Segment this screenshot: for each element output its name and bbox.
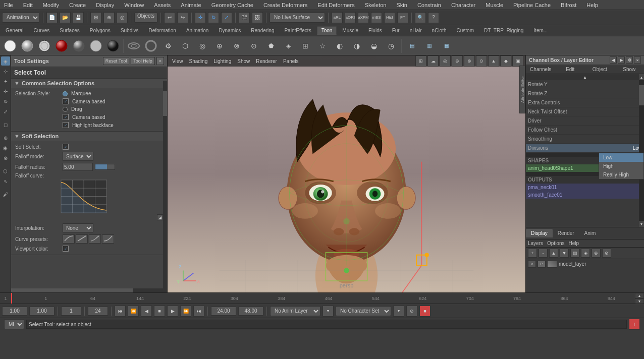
shelf-tab-nhair[interactable]: nHair (405, 26, 426, 35)
shelf-icon-rig1[interactable]: ▤ (404, 38, 420, 54)
shelf-icon-torus[interactable] (126, 38, 142, 54)
le-icon-7[interactable]: ⊕ (592, 249, 601, 258)
shelf-icon-tool12[interactable]: ◑ (349, 38, 365, 54)
shelf-tab-custom[interactable]: Custom (452, 26, 478, 35)
lasso-select-btn[interactable]: ⊹ (1, 67, 10, 76)
vp-icon-7[interactable]: ▲ (488, 55, 499, 67)
select-tool-btn[interactable]: ◈ (1, 56, 10, 66)
dropdown-high[interactable]: High (599, 162, 643, 170)
le-tab-display[interactable]: Display (526, 229, 553, 237)
polygon-tool-btn[interactable]: ⬡ (1, 166, 10, 175)
cb-row-divisions[interactable]: Divisions Low Low High Really High (526, 144, 644, 153)
close-tool-settings-btn[interactable]: × (156, 57, 164, 65)
vp-icon-8[interactable]: ◆ (500, 55, 511, 67)
camera-based-check1[interactable]: ✓ (63, 98, 69, 104)
render-view-btn[interactable]: 🎬 (239, 12, 250, 23)
shelf-icon-circle-solid[interactable] (2, 38, 18, 54)
shelf-icon-rig3[interactable]: ▦ (438, 38, 454, 54)
paint-select-btn[interactable]: ✦ (1, 77, 10, 86)
curve-preset-2[interactable] (76, 234, 88, 244)
rewind-to-start-btn[interactable]: ⏮ (115, 306, 126, 317)
shelf-icon-tool4[interactable]: ⊕ (211, 38, 228, 54)
cb-tab-edit[interactable]: Edit (556, 65, 585, 74)
timeline-scroll-up-btn[interactable]: ▲ (635, 293, 644, 298)
rotate-btn[interactable]: ↻ (1, 97, 10, 106)
arl-btn[interactable]: aRL (332, 12, 343, 23)
vp-menu-view[interactable]: View (170, 58, 186, 64)
highlight-backface-check[interactable]: ✓ (63, 122, 69, 128)
marquee-radio[interactable] (63, 91, 68, 96)
cb-tab-show[interactable]: Show (615, 65, 645, 74)
cb-row-follow-chest[interactable]: Follow Chest 0 (526, 126, 644, 135)
shelf-tab-toon[interactable]: Toon (317, 26, 337, 35)
shelf-icon-tool2[interactable]: ⬡ (177, 38, 193, 54)
start-frame-input2[interactable] (29, 307, 55, 316)
cb-tab-object[interactable]: Object (585, 65, 615, 74)
le-icon-5[interactable]: ▤ (570, 249, 579, 258)
menu-skeleton[interactable]: Skeleton (363, 2, 389, 8)
layer-row-model[interactable]: V P model_layer (526, 259, 644, 269)
shelf-icon-tool10[interactable]: ☆ (314, 38, 331, 54)
live-surface-selector[interactable]: No Live Surface (270, 13, 325, 23)
snap-point-btn[interactable]: ◎ (117, 12, 128, 23)
menu-modify[interactable]: Modify (41, 2, 61, 8)
save-scene-btn[interactable]: 💾 (73, 12, 84, 23)
cb-row-smoothing[interactable]: Smoothing 0 (526, 135, 644, 144)
cb-row-extra-controls[interactable]: Extra Controls 0 (526, 98, 644, 107)
mel-selector[interactable]: MEL Python (4, 319, 24, 329)
vp-icon-4[interactable]: ⊕ (452, 55, 463, 67)
anim-layer-options-btn[interactable]: ▼ (323, 306, 334, 317)
cb-row-rotate-y[interactable]: Rotate Y 0 (526, 80, 644, 89)
menu-edit-deformers[interactable]: Edit Deformers (315, 2, 356, 8)
rivet-btn[interactable]: ⊗ (1, 153, 10, 162)
menu-create[interactable]: Create (67, 2, 88, 8)
shelf-tab-general[interactable]: General (1, 26, 28, 35)
shelf-icon-tool11[interactable]: ◐ (332, 38, 348, 54)
shelf-icon-grey-sphere[interactable] (71, 38, 87, 54)
le-new-layer-btn[interactable]: + (528, 249, 537, 258)
menu-pipeline-cache[interactable]: Pipeline Cache (511, 2, 553, 8)
shelf-tab-dynamics[interactable]: Dynamics (214, 26, 245, 35)
falloff-radius-slider[interactable] (95, 164, 115, 170)
timeline-scroll-down-btn[interactable]: ▼ (635, 298, 644, 304)
shelf-icon-ring[interactable] (143, 38, 159, 54)
falloff-canvas-corner-btn[interactable]: ◢ (157, 214, 163, 220)
end-frame-input2[interactable] (211, 307, 236, 316)
layer-type-btn[interactable]: P (538, 261, 546, 268)
anim-layer-selector[interactable]: No Anim Layer (270, 306, 320, 316)
menu-edit[interactable]: Edit (21, 2, 35, 8)
shelf-icon-circle-shaded[interactable] (19, 38, 35, 54)
cb-row-rotate-z[interactable]: Rotate Z 0 (526, 89, 644, 98)
le-icon-8[interactable]: ⊗ (602, 249, 611, 258)
stop-btn[interactable]: ■ (154, 306, 165, 317)
redo-btn[interactable]: ↪ (177, 12, 188, 23)
shelf-tab-curves[interactable]: Curves (29, 26, 55, 35)
reset-tool-btn[interactable]: Reset Tool (103, 57, 129, 65)
le-menu-options[interactable]: Options (547, 241, 564, 246)
attribute-editor-tab[interactable]: Attribute Editor (519, 66, 525, 113)
menu-animate[interactable]: Animate (179, 2, 203, 8)
scale-btn2[interactable]: ⤢ (1, 107, 10, 116)
cb-icon-2[interactable]: ▶ (618, 56, 625, 64)
cb-icon-1[interactable]: ◀ (610, 56, 617, 64)
shelf-icon-rig2[interactable]: ▥ (421, 38, 437, 54)
snap-curve-btn[interactable]: ⊕ (103, 12, 115, 23)
shelf-tab-fluids[interactable]: Fluids (364, 26, 387, 35)
fwd-to-end-btn[interactable]: ⏭ (193, 306, 204, 317)
search-btn[interactable]: 🔍 (415, 12, 426, 23)
show-manip-btn[interactable]: ◻ (1, 120, 10, 129)
cb-row-driver[interactable]: Driver 0 (526, 116, 644, 126)
axfm-btn[interactable]: aXFM (358, 12, 369, 23)
camera-based-check2[interactable]: ✓ (63, 114, 69, 120)
vp-menu-show[interactable]: Show (235, 58, 252, 64)
le-move-down-btn[interactable]: ▼ (560, 249, 569, 258)
status-error-btn[interactable]: ! (629, 319, 640, 330)
le-menu-layers[interactable]: Layers (528, 241, 543, 246)
snap-grid-btn[interactable]: ⊞ (90, 12, 101, 23)
shelf-icon-tool6[interactable]: ⊙ (246, 38, 262, 54)
le-icon-6[interactable]: ◈ (581, 249, 590, 258)
shelf-icon-tool1[interactable]: ⚙ (160, 38, 176, 54)
shelf-icon-tool8[interactable]: ◈ (280, 38, 296, 54)
soft-selection-header[interactable]: ▼ Soft Selection (11, 132, 167, 141)
dropdown-really-high[interactable]: Really High (599, 170, 643, 179)
